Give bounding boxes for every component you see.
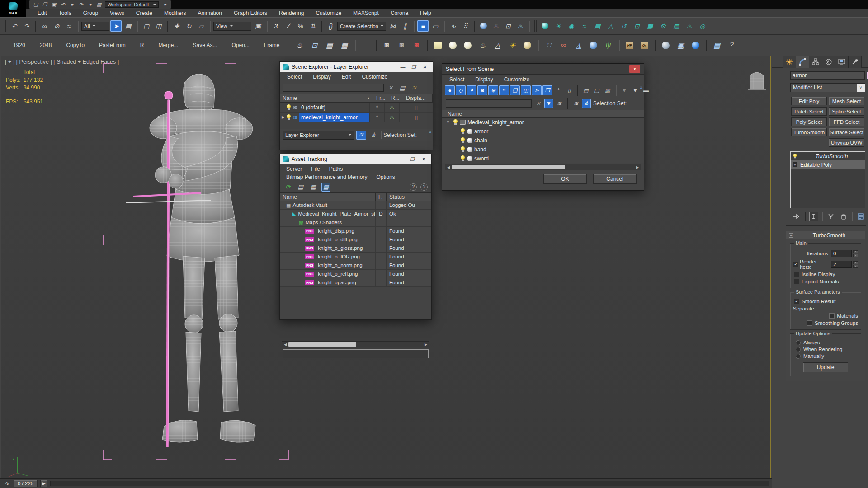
scroll-left-icon[interactable]: ◀: [282, 343, 288, 347]
scroll-right-icon[interactable]: ▶: [634, 165, 641, 169]
remove-modifier-icon[interactable]: [839, 212, 849, 221]
toolbar-text-button[interactable]: 2048: [33, 40, 59, 51]
menu-item[interactable]: Edit: [32, 9, 53, 17]
curve-editor-icon[interactable]: ∿: [448, 20, 459, 32]
corona-lightmix-icon[interactable]: ▤: [592, 20, 603, 32]
container-sphere-icon[interactable]: [689, 38, 703, 52]
minimize-button[interactable]: —: [397, 64, 408, 70]
modifier-bulb-icon[interactable]: [793, 154, 797, 159]
tab-create[interactable]: [783, 56, 796, 68]
asset-row[interactable]: PNG knight_o_norm.png Found: [280, 261, 431, 270]
new-layer-icon[interactable]: ▤: [398, 84, 407, 91]
light-oval-icon[interactable]: [461, 38, 475, 52]
layer-stack-icon[interactable]: ≋: [291, 104, 299, 111]
list-view-icon[interactable]: ▤: [581, 85, 591, 95]
sphere-icon[interactable]: [659, 38, 673, 52]
toolbar-text-button[interactable]: PasteFrom: [92, 40, 133, 51]
select-move-icon[interactable]: ✚: [171, 20, 182, 32]
display-xrefs-icon[interactable]: ◫: [521, 85, 531, 95]
rendered-frame-icon[interactable]: ⊡: [502, 20, 514, 32]
bind-spacewarp-icon[interactable]: ≈: [63, 20, 75, 32]
menu-item[interactable]: Select: [444, 75, 470, 84]
menu-item[interactable]: Group: [77, 9, 104, 17]
grid-view-icon[interactable]: ▦: [321, 183, 330, 192]
project-folder-icon[interactable]: ▦: [95, 1, 103, 8]
render-settings-icon[interactable]: ▦: [338, 38, 351, 52]
ribbon-icon[interactable]: ▭: [429, 20, 441, 32]
scrollbar-thumb[interactable]: [288, 342, 356, 347]
show-end-result-icon[interactable]: [809, 212, 819, 221]
menu-item[interactable]: Bitmap Performance and Memory: [282, 173, 372, 181]
corona-stack-icon[interactable]: ▦: [644, 20, 656, 32]
menu-item[interactable]: Customize: [356, 73, 393, 81]
menu-item[interactable]: Paths: [325, 165, 348, 173]
render-cell[interactable]: ♨: [385, 113, 400, 122]
table-pointer-icon[interactable]: ▦: [309, 183, 318, 192]
corona-sphere-icon[interactable]: [539, 20, 551, 32]
layer-stack-icon[interactable]: ≋: [291, 114, 299, 121]
menu-item[interactable]: Create: [130, 9, 158, 17]
ok-button[interactable]: OK: [543, 174, 587, 184]
asset-row[interactable]: PNG knight_o_diff.png Found: [280, 235, 431, 244]
spinner-snap-icon[interactable]: ⇅: [307, 20, 318, 32]
column-status[interactable]: Status: [387, 193, 431, 201]
corona-refresh-icon[interactable]: ↺: [618, 20, 629, 32]
redo-dropdown-icon[interactable]: ▾: [86, 1, 94, 8]
menu-item[interactable]: Rendering: [273, 9, 310, 17]
help-globe-icon[interactable]: ?: [410, 183, 417, 191]
clear-search-icon[interactable]: ✕: [534, 99, 543, 108]
object-row-root[interactable]: ▼ Medieval_knight_armor: [442, 118, 644, 127]
render-iters-checkbox[interactable]: [793, 262, 798, 267]
unlink-icon[interactable]: ⊘: [51, 20, 62, 32]
display-geometry-icon[interactable]: ●: [445, 85, 455, 95]
visibility-bulb-icon[interactable]: [460, 137, 465, 144]
toolbar-text-button[interactable]: Save As...: [185, 40, 224, 51]
visibility-bulb-icon[interactable]: [453, 119, 458, 126]
corona-target-icon[interactable]: ◎: [697, 20, 708, 32]
corona-teapot-icon[interactable]: ♨: [684, 20, 695, 32]
filter-list-icon[interactable]: ▼: [630, 85, 640, 95]
scroll-right-icon[interactable]: ▶: [423, 343, 429, 347]
toolbar-text-button[interactable]: 1920: [6, 40, 33, 51]
scene-explorer-titlebar[interactable]: Scene Explorer - Layer Explorer —❐✕: [280, 62, 433, 72]
light-egg-icon[interactable]: [521, 38, 534, 52]
menu-item[interactable]: Help: [414, 9, 437, 17]
toolbar-text-button[interactable]: Merge...: [151, 40, 185, 51]
object-name[interactable]: Medieval_knight_armor: [467, 119, 524, 126]
search-input[interactable]: [283, 84, 384, 92]
light-cone-icon[interactable]: △: [491, 38, 505, 52]
toolbar-text-button[interactable]: Open...: [225, 40, 257, 51]
tab-hierarchy[interactable]: [809, 56, 822, 68]
display-cameras-icon[interactable]: ◙: [477, 85, 487, 95]
column-view-icon[interactable]: ▥: [603, 85, 613, 95]
iterations-field[interactable]: 0: [831, 250, 852, 257]
help-arrow-icon[interactable]: ?: [420, 183, 428, 191]
hierarchy-icon[interactable]: ⋔: [368, 131, 378, 140]
frozen-cell[interactable]: *: [370, 103, 385, 113]
visibility-bulb-icon[interactable]: [286, 104, 291, 111]
modifier-list-dropdown[interactable]: Modifier List ˅: [790, 83, 865, 92]
display-cell[interactable]: ▯: [400, 113, 433, 122]
render-production-icon[interactable]: ♨: [514, 20, 526, 32]
scrollbar-thumb[interactable]: [452, 165, 565, 169]
scroll-left-icon[interactable]: ◀: [445, 165, 452, 169]
stack-item-turbosmooth[interactable]: TurboSmooth: [791, 152, 865, 160]
display-bones-icon[interactable]: ➣: [532, 85, 542, 95]
angle-snap-icon[interactable]: ∠: [283, 20, 294, 32]
asset-row[interactable]: ◣ Medieval_Knight_Plate_Armor_st... D Ok: [280, 210, 431, 218]
expand-plus-icon[interactable]: +: [793, 162, 797, 167]
menu-item[interactable]: Customize: [310, 9, 347, 17]
isoline-display-checkbox[interactable]: [794, 272, 799, 277]
pin-stack-icon[interactable]: [792, 212, 802, 221]
display-cell[interactable]: ▯: [400, 103, 433, 113]
next-frame-button[interactable]: ▶: [40, 480, 47, 487]
camera-rig-icon[interactable]: ◮: [572, 38, 585, 52]
asset-row[interactable]: PNG knight_disp.png Found: [280, 227, 431, 235]
object-name[interactable]: chain: [474, 137, 487, 144]
select-by-name-icon[interactable]: ▤: [123, 20, 134, 32]
layer-manager-icon[interactable]: ≡: [417, 20, 429, 32]
update-radio[interactable]: Always: [796, 340, 858, 345]
object-name[interactable]: sword: [474, 155, 489, 162]
render-iters-spinner[interactable]: [853, 261, 858, 268]
light-lister-icon[interactable]: [359, 38, 373, 52]
